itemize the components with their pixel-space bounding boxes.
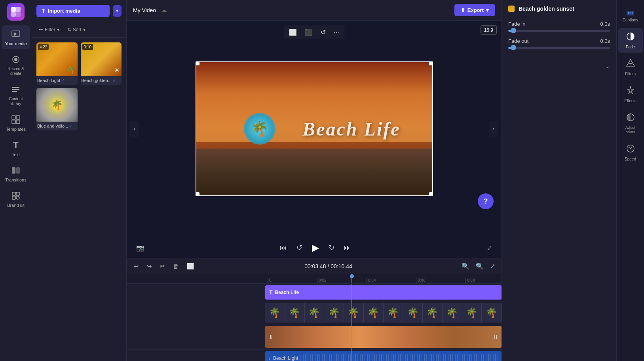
rotate-tool-button[interactable]: ↺ (318, 27, 328, 38)
palm-cell: 🌴 (403, 303, 423, 323)
sidebar-item-content-library[interactable]: Contentlibrary (2, 81, 30, 109)
video-track-content: ⏸ ⏸ (265, 324, 502, 349)
title-track-icon: T (269, 289, 273, 296)
speed-tool[interactable]: Speed (618, 140, 643, 165)
pause-left-icon: ⏸ (268, 334, 274, 340)
your-media-icon (10, 29, 21, 40)
collapse-right-button[interactable]: › (489, 121, 498, 137)
ruler-mark: 0:06 (416, 278, 465, 283)
export-label: Export (467, 7, 484, 13)
video-track-clip[interactable]: ⏸ ⏸ (265, 326, 502, 348)
play-pause-button[interactable]: ▶ (310, 241, 321, 255)
rewind-button[interactable]: ↺ (295, 242, 304, 254)
panel-collapse-button[interactable]: ⌄ (605, 63, 610, 69)
media-label: Beach Light ✓ (36, 76, 78, 85)
fit-view-button[interactable]: ⤢ (488, 261, 497, 271)
filter-sort-row: ⚏ Filter ▾ ⇅ Sort ▾ (32, 22, 126, 38)
delete-button[interactable]: 🗑 (171, 261, 181, 271)
corner-tl (196, 61, 199, 65)
preview-area: ⬜ ⬛ ↺ ··· ‹ 🌴 Beach Life 16 (127, 21, 502, 237)
undo-button[interactable]: ↩ (131, 261, 141, 271)
fade-in-row: Fade in 0.0s (508, 21, 610, 32)
zoom-in-button[interactable]: 🔍 (474, 261, 485, 271)
crop-tool-button[interactable]: ⬜ (287, 27, 299, 38)
media-duration: 0:10 (82, 44, 93, 50)
import-media-label: Import media (48, 8, 80, 14)
sidebar-item-transitions[interactable]: Transitions (2, 162, 30, 185)
filter-button[interactable]: ⚏ Filter ▾ (36, 25, 62, 34)
svg-rect-12 (12, 120, 15, 124)
fade-out-slider[interactable] (508, 47, 610, 49)
fade-icon (626, 32, 635, 43)
track-row: ⏸ ⏸ (127, 324, 502, 350)
camera-button[interactable]: 📷 (135, 243, 146, 253)
zoom-out-button[interactable]: 🔍 (460, 261, 471, 271)
fade-in-slider[interactable] (508, 30, 610, 32)
svg-rect-9 (12, 91, 17, 92)
sort-button[interactable]: ⇅ Sort ▾ (65, 25, 88, 34)
filter-icon: ⚏ (39, 27, 43, 32)
corner-tr (429, 61, 433, 65)
effects-tool[interactable]: Effects (618, 82, 643, 107)
adjust-colors-tool[interactable]: Adjustcolors (618, 109, 643, 138)
audio-track-content: ♪ Beach Light (265, 350, 502, 361)
import-icon: ⬆ (41, 8, 46, 14)
brand-kit-icon (10, 190, 21, 201)
fullscreen-button[interactable]: ⤢ (485, 243, 494, 253)
captions-tool[interactable]: CC Captions (618, 3, 643, 26)
palm-cell: 🌴 (423, 303, 443, 323)
corner-bl (196, 192, 199, 196)
text-icon: T (10, 139, 21, 151)
import-media-arrow-button[interactable]: ▾ (113, 5, 122, 17)
panel-title: Beach golden sunset (519, 6, 574, 12)
copy-button[interactable]: ⬜ (184, 261, 197, 271)
cut-button[interactable]: ✂ (158, 261, 167, 271)
media-grid: 4:22 🌴 Beach Light ✓ 0:10 ☀ Beach golden… (32, 38, 126, 135)
palm-cell: 🌴 (462, 303, 482, 323)
corner-br (429, 192, 433, 196)
title-track-clip[interactable]: T Beach Life (265, 285, 502, 300)
check-icon: ✓ (69, 123, 73, 129)
ruler-mark: 0:04 (367, 278, 416, 283)
main-content: My Video ☁ ⬆ Export ▾ ⬜ ⬛ ↺ ··· ‹ (127, 0, 502, 361)
help-button[interactable]: ? (478, 193, 494, 209)
export-chevron-icon: ▾ (486, 7, 489, 13)
pip-tool-button[interactable]: ⬛ (302, 27, 315, 38)
list-item[interactable]: 🌴 Blue and yello... ✓ (36, 88, 78, 130)
audio-track-clip[interactable]: ♪ Beach Light (265, 351, 502, 361)
palm-cell: 🌴 (443, 303, 462, 323)
audio-waveform (300, 354, 498, 361)
export-button[interactable]: ⬆ Export ▾ (454, 4, 495, 16)
fade-tool[interactable]: Fade (618, 28, 643, 53)
app-logo (7, 3, 25, 21)
palm-track-content: 🌴 🌴 🌴 🌴 🌴 🌴 🌴 🌴 🌴 🌴 🌴 🌴 (265, 301, 502, 324)
redo-button[interactable]: ↪ (144, 261, 154, 271)
track-row: T Beach Life (127, 284, 502, 301)
more-tools-button[interactable]: ··· (331, 27, 341, 38)
sidebar-item-brand-kit[interactable]: Brand kit (2, 187, 30, 211)
filters-tool[interactable]: Filters (618, 55, 643, 80)
title-track-label: Beach Life (275, 290, 299, 295)
collapse-left-button[interactable]: ‹ (130, 121, 139, 137)
skip-end-button[interactable]: ⏭ (342, 242, 353, 254)
list-item[interactable]: 0:10 ☀ Beach golden... ✓ (81, 42, 122, 85)
forward-button[interactable]: ↻ (327, 242, 336, 254)
sidebar-item-record-create[interactable]: Record &create (2, 51, 30, 79)
sidebar-item-templates[interactable]: Templates (2, 111, 30, 135)
ruler-marks: 0 0:02 0:04 0:06 0:08 0:10 0:12 (130, 274, 502, 283)
svg-rect-16 (12, 192, 15, 195)
pause-right-icon: ⏸ (493, 334, 498, 340)
sidebar-item-your-media[interactable]: Your media (2, 25, 30, 49)
media-label: Blue and yello... ✓ (36, 122, 78, 130)
left-sidebar: Your media Record &create Contentlibrary (0, 0, 32, 361)
skip-start-button[interactable]: ⏮ (278, 242, 289, 254)
svg-rect-15 (16, 167, 20, 174)
preview-title-text: Beach Life (302, 118, 400, 140)
sidebar-item-text[interactable]: T Text (2, 136, 30, 160)
svg-rect-0 (11, 7, 16, 12)
palm-track[interactable]: 🌴 🌴 🌴 🌴 🌴 🌴 🌴 🌴 🌴 🌴 🌴 🌴 (265, 303, 502, 323)
list-item[interactable]: 4:22 🌴 Beach Light ✓ (36, 42, 78, 85)
palm-cell: 🌴 (265, 303, 285, 323)
sort-label: Sort (73, 27, 82, 32)
import-media-button[interactable]: ⬆ Import media (36, 5, 110, 17)
